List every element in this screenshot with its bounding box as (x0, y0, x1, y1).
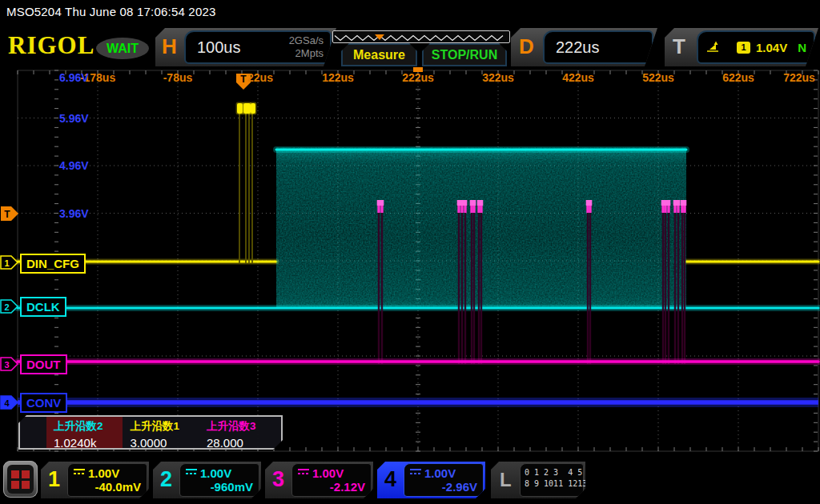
time-label: 222us (402, 71, 434, 84)
volt-label: 3.96V (59, 207, 89, 220)
logic-row-2: 8 9 1011 12131415 (521, 479, 583, 488)
dc-coupling-icon (74, 468, 86, 477)
logic-key: L (500, 469, 512, 491)
time-label: 622us (722, 71, 754, 84)
volt-label: 6.96V (59, 71, 89, 84)
measurement-1[interactable]: 上升沿数21.0240k (46, 417, 123, 448)
channel-number: 4 (384, 467, 396, 492)
channel-1-status[interactable]: 11.00V-40.0mV (41, 462, 149, 498)
channel-offset: -2.12V (330, 480, 365, 494)
channel-scale: 1.00V (298, 466, 344, 480)
measurement-label: 上升沿数2 (46, 417, 123, 434)
channel-offset: -2.96V (442, 480, 477, 494)
dc-coupling-icon (298, 468, 310, 477)
channel-scale: 1.00V (410, 466, 456, 480)
measurement-value: 3.0000 (123, 434, 199, 450)
waveform-traces (18, 102, 818, 403)
time-label: 122us (322, 71, 354, 84)
channel-offset: -960mV (211, 480, 253, 494)
channel-settings-panel: 1.00V-960mV (179, 463, 259, 497)
dc-coupling-icon (410, 468, 422, 477)
logic-channels-block[interactable]: L 0 1 2 3 4 5 6 7 8 9 1011 12131415 (491, 462, 585, 498)
channel-settings-panel: 1.00V-2.12V (291, 463, 372, 497)
volt-label: 5.96V (59, 112, 89, 125)
measurement-label: 上升沿数1 (123, 417, 199, 434)
channel-settings-panel: 1.00V-2.96V (404, 463, 484, 497)
svg-text:1: 1 (4, 258, 9, 268)
menu-button[interactable] (3, 461, 38, 498)
channel-number: 1 (48, 467, 60, 492)
channel-label-DIN_CFG[interactable]: DIN_CFG (20, 254, 86, 274)
menu-grid-icon (7, 465, 34, 494)
channel-4-status[interactable]: 41.00V-2.96V (377, 462, 485, 498)
channel-status-bar: 11.00V-40.0mV21.00V-960mV31.00V-2.12V41.… (0, 456, 820, 504)
measurement-3[interactable]: 上升沿数328.000 (199, 417, 275, 448)
measurement-value: 28.000 (199, 434, 275, 450)
channel-2-status[interactable]: 21.00V-960mV (153, 462, 261, 498)
channel-number: 3 (272, 467, 284, 492)
channel-label-CONV[interactable]: CONV (20, 393, 67, 413)
measurement-results-panel: 上升沿数21.0240k上升沿数13.0000上升沿数328.000 (18, 415, 283, 450)
channel-settings-panel: 1.00V-40.0mV (67, 463, 147, 497)
measurement-label: 上升沿数3 (199, 417, 275, 434)
svg-text:T: T (4, 209, 10, 220)
dc-coupling-icon (186, 468, 198, 477)
channel-label-DCLK[interactable]: DCLK (20, 297, 66, 317)
channel-number: 2 (160, 467, 172, 492)
time-label: 322us (482, 71, 514, 84)
measurement-2[interactable]: 上升沿数13.0000 (123, 417, 199, 448)
measurement-value: 1.0240k (46, 434, 123, 450)
time-label: 22us (247, 71, 273, 84)
time-label: 522us (642, 71, 674, 84)
oscilloscope-screen: MSO5204 Thu June 08 17:06:54 2023 RIGOL … (0, 0, 820, 504)
channel-label-DOUT[interactable]: DOUT (20, 354, 67, 374)
time-label: -78us (163, 71, 193, 84)
svg-text:T: T (240, 74, 247, 85)
channel-offset: -40.0mV (94, 480, 141, 494)
channel-scale: 1.00V (186, 466, 231, 480)
time-label: 722us (783, 71, 815, 84)
svg-text:3: 3 (4, 360, 9, 370)
svg-text:4: 4 (4, 398, 10, 408)
time-label: 422us (562, 71, 594, 84)
logic-row-1: 0 1 2 3 4 5 6 7 (521, 468, 583, 477)
volt-label: 4.96V (59, 159, 89, 172)
logic-channel-list: 0 1 2 3 4 5 6 7 8 9 1011 12131415 (520, 463, 584, 497)
svg-text:2: 2 (4, 302, 9, 312)
channel-3-status[interactable]: 31.00V-2.12V (265, 462, 373, 498)
channel-scale: 1.00V (74, 466, 119, 480)
